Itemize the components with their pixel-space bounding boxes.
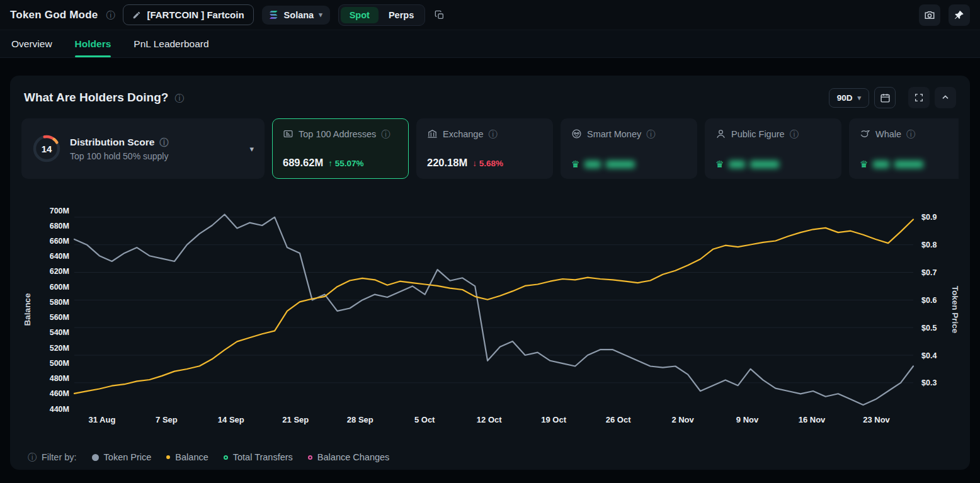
smart-money-masked-value: ♛: [571, 159, 687, 169]
svg-text:31 Aug: 31 Aug: [88, 415, 115, 424]
svg-text:28 Sep: 28 Sep: [347, 415, 373, 424]
edit-icon: [132, 11, 141, 20]
smart-money-icon: [571, 128, 582, 139]
holders-chart[interactable]: 700M680M660M640M620M600M580M560M540M520M…: [20, 194, 960, 433]
public-figure-card[interactable]: Public Figure ⓘ ♛: [705, 118, 841, 179]
exchange-label: Exchange: [443, 129, 484, 139]
crown-icon: ♛: [571, 159, 579, 169]
spot-toggle[interactable]: Spot: [341, 7, 379, 23]
copy-button[interactable]: [433, 9, 446, 21]
filter-info-icon[interactable]: ⓘ: [28, 453, 37, 462]
svg-text:Token Price: Token Price: [950, 286, 960, 334]
crown-icon: ♛: [715, 159, 724, 169]
distribution-score-card[interactable]: 14 Distribution Score ⓘ Top 100 hold 50%…: [21, 118, 265, 179]
chain-label: Solana: [284, 10, 314, 20]
token-price-dot: [92, 454, 99, 461]
svg-text:540M: 540M: [50, 328, 69, 337]
whale-icon: [860, 128, 870, 139]
tab-overview[interactable]: Overview: [11, 30, 52, 57]
series-balance: [74, 220, 913, 394]
blurred-delta: [750, 161, 779, 168]
perps-toggle[interactable]: Perps: [380, 7, 423, 23]
distribution-score-title: Distribution Score: [70, 137, 154, 148]
distribution-score-info-icon[interactable]: ⓘ: [159, 138, 168, 147]
chevron-down-icon: ▾: [857, 94, 861, 102]
exchange-delta: ↓ 5.68%: [472, 159, 503, 168]
svg-text:$0.6: $0.6: [921, 296, 937, 305]
svg-text:9 Nov: 9 Nov: [736, 415, 759, 424]
svg-text:$0.8: $0.8: [921, 241, 937, 249]
svg-text:560M: 560M: [50, 313, 69, 322]
svg-text:21 Sep: 21 Sep: [282, 415, 309, 424]
screenshot-button[interactable]: [919, 4, 940, 26]
whale-info-icon[interactable]: ⓘ: [906, 130, 915, 139]
stat-cards-row: 14 Distribution Score ⓘ Top 100 hold 50%…: [21, 118, 959, 179]
svg-text:$0.5: $0.5: [921, 324, 937, 332]
calendar-icon: [880, 93, 891, 103]
svg-text:660M: 660M: [50, 237, 69, 246]
distribution-score-gauge: 14: [32, 134, 61, 163]
svg-text:19 Oct: 19 Oct: [541, 415, 566, 424]
pin-button[interactable]: [949, 4, 970, 26]
svg-text:700M: 700M: [50, 207, 69, 215]
svg-text:440M: 440M: [50, 405, 69, 414]
public-figure-info-icon[interactable]: ⓘ: [790, 130, 799, 139]
smart-money-card[interactable]: Smart Money ⓘ ♛: [561, 118, 697, 179]
legend-token-price-label: Token Price: [104, 452, 152, 462]
svg-text:7 Sep: 7 Sep: [156, 415, 178, 424]
blurred-value: [729, 161, 745, 168]
section-tabs: Overview Holders PnL Leaderboard: [0, 30, 980, 58]
svg-text:$0.3: $0.3: [921, 378, 937, 387]
balance-dot: [166, 455, 170, 459]
public-figure-masked-value: ♛: [715, 159, 831, 169]
filter-legend: ⓘ Filter by: Token Price Balance Total T…: [28, 452, 960, 462]
chart-area: 700M680M660M640M620M600M580M560M540M520M…: [20, 194, 960, 436]
holders-panel: What Are Holders Doing? ⓘ 90D ▾: [10, 76, 970, 470]
collapse-button[interactable]: [935, 87, 956, 108]
range-value: 90D: [837, 93, 853, 103]
top100-addresses-card[interactable]: Top 100 Addresses ⓘ 689.62M ↑ 55.07%: [272, 118, 409, 179]
solana-icon: [270, 11, 279, 19]
top100-value: 689.62M: [283, 157, 323, 169]
chevron-up-icon: [940, 93, 950, 103]
smart-money-info-icon[interactable]: ⓘ: [646, 130, 655, 139]
series-token-price: [74, 215, 913, 405]
top100-label: Top 100 Addresses: [299, 129, 376, 139]
crown-icon: ♛: [860, 159, 868, 169]
pin-icon: [954, 10, 964, 20]
svg-text:5 Oct: 5 Oct: [414, 415, 435, 424]
legend-total-transfers[interactable]: Total Transfers: [224, 452, 293, 462]
app-info-icon[interactable]: ⓘ: [106, 11, 115, 20]
whale-label: Whale: [875, 129, 901, 139]
svg-text:460M: 460M: [50, 389, 69, 398]
panel-info-icon[interactable]: ⓘ: [174, 93, 184, 103]
svg-text:500M: 500M: [50, 359, 69, 368]
legend-balance[interactable]: Balance: [166, 452, 208, 462]
person-icon: [715, 128, 726, 139]
svg-text:$0.4: $0.4: [921, 351, 937, 360]
chain-selector[interactable]: Solana ▾: [262, 6, 330, 25]
legend-token-price[interactable]: Token Price: [92, 452, 152, 462]
token-selector[interactable]: [FARTCOIN ] Fartcoin: [123, 4, 253, 25]
blurred-delta: [606, 161, 635, 168]
blurred-value: [584, 161, 601, 168]
svg-text:16 Nov: 16 Nov: [799, 415, 826, 424]
whale-card[interactable]: Whale ⓘ ♛: [849, 118, 959, 179]
top100-info-icon[interactable]: ⓘ: [381, 130, 390, 139]
range-selector[interactable]: 90D ▾: [829, 88, 869, 108]
tab-pnl-leaderboard[interactable]: PnL Leaderboard: [134, 30, 208, 57]
calendar-button[interactable]: [874, 87, 896, 108]
svg-text:680M: 680M: [50, 222, 69, 230]
chevron-down-icon[interactable]: ▾: [249, 144, 254, 154]
bank-icon: [427, 128, 438, 139]
camera-icon: [924, 9, 935, 21]
svg-text:Balance: Balance: [23, 293, 32, 326]
tab-holders[interactable]: Holders: [75, 30, 111, 57]
svg-text:26 Oct: 26 Oct: [606, 415, 631, 424]
legend-balance-changes[interactable]: Balance Changes: [308, 452, 389, 462]
svg-text:2 Nov: 2 Nov: [671, 415, 694, 424]
fullscreen-button[interactable]: [908, 87, 930, 108]
svg-text:480M: 480M: [50, 374, 69, 383]
exchange-info-icon[interactable]: ⓘ: [489, 130, 498, 139]
exchange-card[interactable]: Exchange ⓘ 220.18M ↓ 5.68%: [416, 118, 553, 179]
